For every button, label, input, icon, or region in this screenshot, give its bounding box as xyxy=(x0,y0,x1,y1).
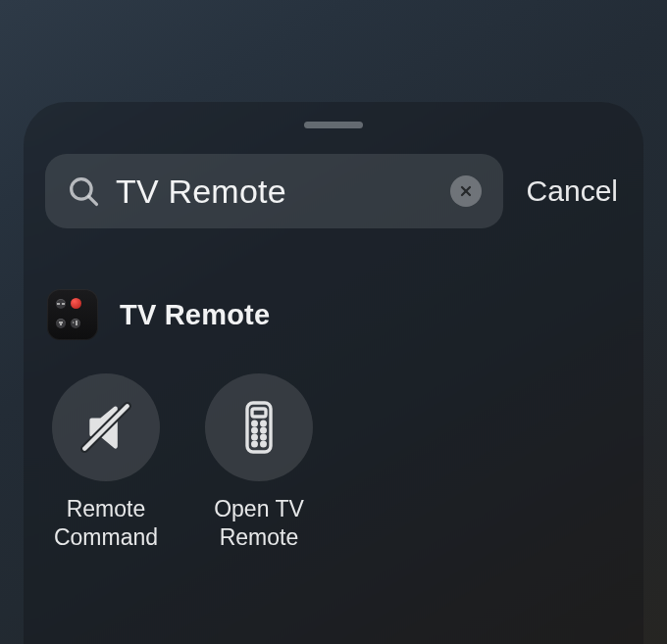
action-open-tv-remote[interactable]: Open TV Remote xyxy=(200,373,318,553)
svg-point-12 xyxy=(253,435,257,439)
search-field[interactable]: TV Remote xyxy=(45,154,503,228)
speaker-mute-icon xyxy=(77,399,134,456)
svg-point-13 xyxy=(262,435,266,439)
svg-point-8 xyxy=(253,421,257,425)
svg-rect-7 xyxy=(252,409,266,417)
action-remote-command[interactable]: Remote Command xyxy=(47,373,165,553)
svg-point-9 xyxy=(262,421,266,425)
search-sheet: TV Remote Cancel TV Remote xyxy=(24,102,643,644)
clear-search-button[interactable] xyxy=(450,175,482,207)
svg-line-1 xyxy=(89,197,97,205)
actions-row: Remote Command xyxy=(45,373,622,553)
cancel-button[interactable]: Cancel xyxy=(527,174,622,208)
svg-point-15 xyxy=(262,442,266,446)
action-circle xyxy=(52,373,160,481)
result-app-name: TV Remote xyxy=(120,299,270,331)
search-icon xyxy=(67,174,100,208)
remote-icon xyxy=(233,400,284,455)
svg-point-14 xyxy=(253,442,257,446)
search-input[interactable]: TV Remote xyxy=(116,173,435,211)
action-label: Remote Command xyxy=(54,495,158,553)
sheet-grabber[interactable] xyxy=(304,122,363,128)
svg-point-11 xyxy=(262,428,266,432)
action-circle xyxy=(205,373,313,481)
svg-point-10 xyxy=(253,428,257,432)
action-label: Open TV Remote xyxy=(214,495,304,553)
screen-backdrop: TV Remote Cancel TV Remote xyxy=(0,0,667,644)
result-header[interactable]: TV Remote xyxy=(45,289,622,340)
tv-remote-app-icon xyxy=(47,289,98,340)
search-row: TV Remote Cancel xyxy=(45,154,622,228)
close-icon xyxy=(458,183,474,199)
